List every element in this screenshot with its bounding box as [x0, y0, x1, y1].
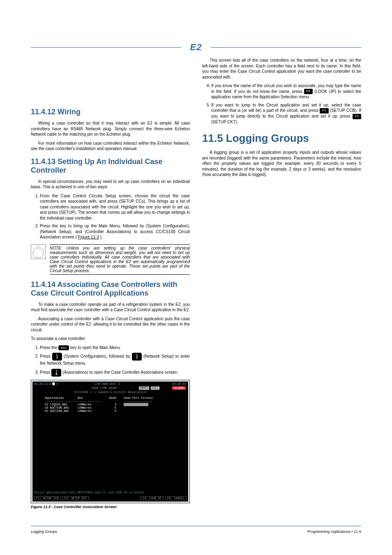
menu-key-icon: Menu	[58, 345, 69, 350]
section-wiring-heading: 11.4.12 Wiring	[31, 108, 190, 116]
term-unit: RX-400 Unit 3	[97, 382, 120, 386]
wiring-p1: Wiring a case controller so that it may …	[31, 120, 190, 137]
term-row2: CS SUCTION_001LONWorks5	[32, 406, 188, 409]
s2a: Press	[40, 354, 52, 358]
fig-p1: This screen lists all of the case contro…	[202, 58, 361, 80]
assoc-li5: If you want to jump to the Circuit appli…	[211, 102, 361, 125]
f2-key-icon: F2	[353, 114, 361, 119]
assoc-p2: Associating a case controller with a Cas…	[31, 316, 190, 333]
term-row3: CC SUCTION_001LONWorks4	[32, 409, 188, 413]
indiv-li2: Press the key to bring up the Main Menu,…	[40, 223, 190, 240]
s3b: (Associations) to open the Case Controll…	[62, 370, 178, 375]
assoc-s2: Press &7 (System Configuration), followe…	[40, 353, 190, 366]
indiv-list: From the Case Control Circuits Setup scr…	[31, 193, 190, 240]
dollar4-key-icon: $4	[51, 369, 61, 377]
term-col-headers: Application Bus Node Case Ctrl Circuit	[45, 396, 176, 400]
term-row1: CC LIQUID_001LONWorks3	[32, 403, 188, 406]
section-logging-heading: 11.5 Logging Groups	[202, 132, 361, 145]
term-fkeys: F1: SETUP CCB F2: SETUP CKT F4: LOOK UP …	[32, 496, 188, 500]
assoc-li4: If you know the name of the circuit you …	[211, 83, 361, 100]
amp7-key-icon-2: &7	[132, 353, 142, 361]
figure-11-3: 01-25-11 ● 🕓 ⎙ ● RX-400 Unit 3 16:19:43 …	[31, 380, 190, 509]
indiv-li2-b: ).	[100, 235, 103, 239]
figure-caption: Figure 11-3 - Case Controller Associatio…	[31, 505, 190, 509]
amp7-key-icon: &7	[52, 353, 62, 361]
term-clock: 16:19:43	[172, 382, 186, 386]
footer-left: Logging Groups	[31, 530, 57, 534]
indiv-li2-a: Press the key to bring up the Main Menu,…	[40, 224, 190, 239]
section-associating-heading: 11.4.14 Associating Case Controllers wit…	[31, 280, 190, 298]
s3a: Press	[40, 370, 51, 375]
section-individual-heading: 11.4.13 Setting Up An Individual Case Co…	[31, 157, 190, 175]
f4-key-icon: F4	[304, 89, 313, 94]
s1a: Press the	[40, 345, 58, 350]
term-f5[interactable]: F5: CANCEL	[165, 496, 187, 500]
indiv-li2-fig[interactable]: Figure 11-3	[78, 235, 99, 239]
term-dash: ----------------------------------------…	[32, 400, 188, 403]
footer-right: Programming Applications • 11-9	[307, 530, 361, 534]
assoc-p1: To make a case controller operate as par…	[31, 302, 190, 313]
header-rule-right	[211, 47, 361, 48]
assoc-steps-cont: If you know the name of the circuit you …	[202, 83, 361, 125]
wiring-p2: For more information on how case control…	[31, 141, 190, 152]
assoc-s3: Press $4 (Associations) to open the Case…	[40, 369, 190, 377]
header-rule-left	[31, 47, 181, 48]
note-icon	[31, 244, 46, 259]
term-f1[interactable]: F1: SETUP CCB	[34, 496, 61, 500]
note-block: NOTE: Unless you are setting up the case…	[31, 244, 190, 275]
term-f2[interactable]: F2: SETUP CKT	[62, 496, 89, 500]
assoc-steps: Press the Menu key to open the Main Menu…	[31, 345, 190, 377]
rec-icon: ●	[95, 382, 97, 386]
indiv-li1: From the Case Control Circuits Setup scr…	[40, 193, 190, 221]
s1b: key to open the Main Menu.	[70, 345, 121, 350]
indiv-p1: In special circumstances, you may need t…	[31, 179, 190, 190]
term-title: CC/CS100 <--> CaseCtrl Circuit Associati…	[32, 390, 188, 396]
f1-key-icon: F1	[320, 108, 328, 113]
term-names: NAMES FULL	[139, 386, 159, 390]
assoc-steps-intro: To associate a case controller:	[31, 336, 190, 342]
term-f4[interactable]: F4: LOOK UP	[141, 496, 164, 500]
assoc-s1: Press the Menu key to open the Main Menu…	[40, 345, 190, 351]
content-columns: 11.4.12 Wiring Wiring a case controller …	[31, 58, 361, 510]
footer-rule	[31, 526, 361, 526]
logging-p1: A logging group is a set of application …	[202, 150, 361, 178]
s2b: (System Configuration), followed by	[64, 354, 132, 358]
term-hint: Scroll applications with NEXT/PREU keys …	[34, 491, 145, 494]
term-date: 01-25-11	[34, 382, 48, 386]
term-alarm: *ALARM*	[172, 386, 186, 390]
term-mode: CASE CTRL ASSOC	[92, 386, 118, 390]
li5c: (SETUP CKT).	[211, 120, 238, 124]
header-logo: E2	[190, 42, 202, 53]
note-body: NOTE: Unless you are setting up the case…	[50, 244, 190, 275]
terminal-screenshot: 01-25-11 ● 🕓 ⎙ ● RX-400 Unit 3 16:19:43 …	[31, 380, 190, 503]
